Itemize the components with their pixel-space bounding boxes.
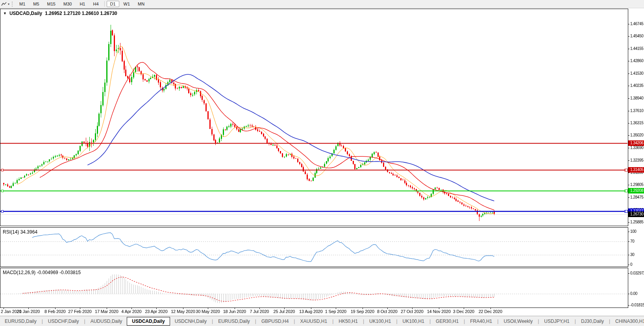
- level-price-badge[interactable]: 1.34206: [628, 140, 644, 146]
- date-label: 21 Jan 2020: [17, 309, 40, 314]
- axis-tick-label: 1.46745: [630, 22, 643, 26]
- axis-tick-label: 1.36315: [630, 121, 643, 125]
- chart-tool-button[interactable]: ▾: [1, 2, 9, 7]
- date-label: 4 Apr 2020: [121, 309, 141, 314]
- symbol-tab-usdcad-daily[interactable]: USDCAD,Daily: [127, 317, 170, 326]
- symbol-tab-eurusd-daily[interactable]: EURUSD,Daily: [0, 317, 41, 325]
- date-label: 17 Mar 2020: [95, 309, 118, 314]
- tab-separator: |: [429, 319, 431, 324]
- line-chart-icon: [1, 2, 7, 7]
- axis-tick-label: 70: [630, 239, 634, 243]
- axis-tick-label: 1.42860: [630, 59, 643, 63]
- timeframe-button-w1[interactable]: W1: [120, 1, 134, 7]
- timeframe-button-d1[interactable]: D1: [107, 1, 119, 7]
- date-label: 14 Nov 2020: [427, 309, 451, 314]
- timeframe-button-m30[interactable]: M30: [60, 1, 75, 7]
- timeframe-button-m15[interactable]: M15: [44, 1, 59, 7]
- axis-tick-label: 1.32395: [630, 158, 643, 162]
- tab-separator: |: [84, 319, 85, 324]
- tab-separator: |: [255, 319, 256, 324]
- timeframe-button-h1[interactable]: H1: [76, 1, 89, 7]
- date-label: 12 May 2020: [171, 309, 195, 314]
- symbol-tab-usoil-weekly[interactable]: USOil,Weekly: [499, 317, 537, 325]
- date-label: 30 May 2020: [196, 309, 220, 314]
- symbol-tab-china300-h1[interactable]: CHINA300,H1: [611, 317, 644, 325]
- tab-separator: |: [538, 319, 539, 324]
- tab-separator: |: [609, 319, 610, 324]
- line-handle[interactable]: [625, 190, 628, 192]
- ohlc-values: 1.26952 1.27120 1.26610 1.26730: [45, 11, 117, 16]
- axis-tick-label: 1.41530: [630, 71, 643, 76]
- tab-separator: |: [42, 319, 43, 324]
- tab-separator: |: [575, 319, 576, 324]
- date-label: 8 Feb 2020: [44, 309, 66, 314]
- tab-separator: |: [464, 319, 465, 324]
- axis-tick-label: 1.33690: [630, 146, 643, 150]
- symbol-tab-hk50-h1[interactable]: HK50,H1: [334, 317, 363, 325]
- axis-tick-label: 0.00: [630, 291, 637, 296]
- symbol-tab-uk100-h1[interactable]: UK100,H1: [398, 317, 429, 325]
- date-label: 8 Oct 2020: [377, 309, 398, 314]
- axis-tick-label: 1.29805: [630, 182, 643, 187]
- toolbar-separator: [104, 1, 105, 7]
- chart-title: ▼ USDCAD,Daily 1.26952 1.27120 1.26610 1…: [3, 11, 117, 16]
- symbol-title: USDCAD,Daily: [9, 11, 42, 16]
- level-price-badge[interactable]: 1.29208: [628, 188, 644, 193]
- axis-tick-label: 1.40235: [630, 83, 643, 88]
- tab-separator: |: [497, 319, 498, 324]
- macd-label: MACD(12,26,9) -0.004969 -0.003815: [3, 270, 81, 275]
- current-price-badge: 1.26730: [628, 212, 644, 217]
- timeframe-button-h4[interactable]: H4: [89, 1, 102, 7]
- axis-tick-label: 0.032972: [630, 271, 644, 275]
- symbol-tab-usdcnh-daily[interactable]: USDCNH,Daily: [170, 317, 211, 325]
- date-label: 7 Jul 2020: [250, 309, 269, 314]
- axis-tick-label: 1.45450: [630, 34, 643, 38]
- axis-tick-label: 100: [630, 229, 637, 234]
- axis-tick-label: 30: [630, 252, 634, 257]
- date-label: 13 Aug 2020: [299, 309, 323, 314]
- axis-tick-label: 1.44155: [630, 46, 643, 51]
- tab-separator: |: [212, 319, 213, 324]
- collapse-triangle-icon[interactable]: ▼: [3, 11, 7, 15]
- timeframe-toolbar: ▾ M1M5M15M30H1H4D1W1MN: [0, 0, 644, 8]
- tab-separator: |: [332, 319, 333, 324]
- date-label: 19 Sep 2020: [351, 309, 374, 314]
- toolbar-grip[interactable]: [12, 2, 13, 7]
- axis-tick-label: -0.018154: [630, 303, 644, 307]
- timeframe-button-m1[interactable]: M1: [16, 1, 29, 7]
- axis-tick-label: 1.35020: [630, 133, 643, 137]
- date-label: 27 Oct 2020: [401, 309, 424, 314]
- level-price-badge[interactable]: 1.31405: [628, 167, 644, 173]
- axis-tick-label: 0: [630, 262, 632, 267]
- date-label: 23 Apr 2020: [145, 309, 167, 314]
- line-handle[interactable]: [625, 169, 628, 171]
- tab-separator: |: [294, 319, 295, 324]
- symbol-tab-eurusd-daily[interactable]: EURUSD,Daily: [213, 317, 255, 325]
- chevron-down-icon: ▾: [8, 2, 9, 6]
- symbol-tab-audusd-daily[interactable]: AUDUSD,Daily: [86, 317, 127, 325]
- date-label: 27 Feb 2020: [68, 309, 92, 314]
- line-handle[interactable]: [625, 210, 628, 213]
- chart-canvas[interactable]: [0, 0, 644, 326]
- date-label: 1 Sep 2020: [325, 309, 346, 314]
- symbol-tab-gbpusd-h4[interactable]: GBPUSD,H4: [257, 317, 293, 325]
- symbol-tab-xauusd-h1[interactable]: XAUUSD,H1: [295, 317, 332, 325]
- date-label: 22 Dec 2020: [479, 309, 502, 314]
- timeframe-button-m5[interactable]: M5: [30, 1, 43, 7]
- timeframe-button-mn[interactable]: MN: [134, 1, 148, 7]
- symbol-tab-uk100-h1[interactable]: UK100,H1: [365, 317, 396, 325]
- axis-tick-label: 1.28475: [630, 195, 643, 199]
- symbol-tab-usdchf-daily[interactable]: USDCHF,Daily: [43, 317, 84, 325]
- axis-tick-label: 1.38940: [630, 96, 643, 100]
- date-label: 18 Jun 2020: [223, 309, 246, 314]
- date-label: 3 Dec 2020: [453, 309, 474, 314]
- rsi-label: RSI(14) 34.3964: [3, 229, 37, 235]
- symbol-tab-ger30-h1[interactable]: GER30,H1: [431, 317, 463, 325]
- symbol-tab-usdjpy-h1[interactable]: USDJPY,H1: [539, 317, 574, 325]
- axis-tick-label: 1.37610: [630, 109, 643, 113]
- tab-separator: |: [363, 319, 364, 324]
- symbol-tab-dj30-daily[interactable]: DJ30,Daily: [576, 317, 609, 325]
- axis-tick-label: 1.25885: [630, 220, 643, 224]
- symbol-tab-fra40-h1[interactable]: FRA40,H1: [465, 317, 497, 325]
- symbol-tab-bar: EURUSD,Daily|USDCHF,Daily|AUDUSD,DailyUS…: [0, 316, 644, 326]
